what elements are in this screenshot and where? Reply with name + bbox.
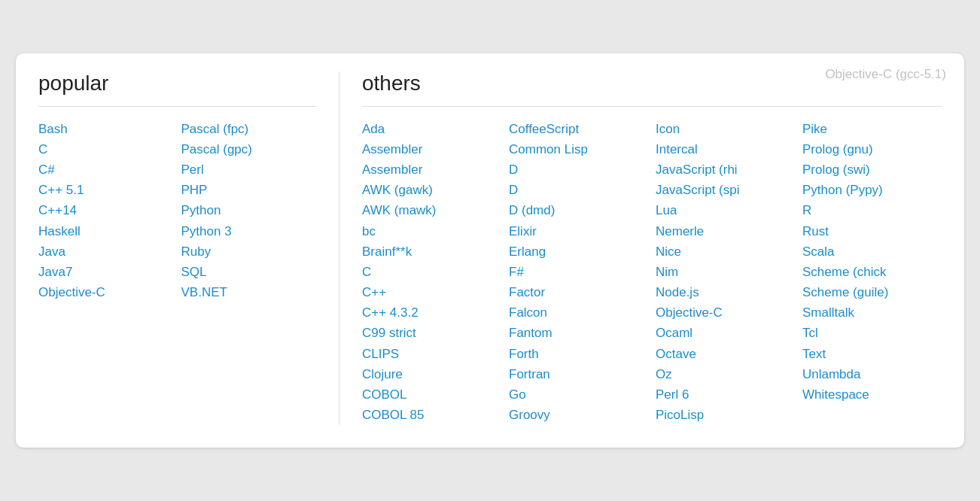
popular-col1-item-3[interactable]: C++ 5.1	[38, 180, 174, 200]
others-col1-item-10[interactable]: C99 strict	[362, 323, 501, 343]
others-col2-item-14[interactable]: Groovy	[509, 405, 648, 425]
others-col3-item-13[interactable]: Perl 6	[656, 384, 795, 405]
others-grid: AdaAssemblerAssemblerAWK (gawk)AWK (mawk…	[362, 119, 942, 426]
others-col2-item-6[interactable]: Erlang	[509, 241, 648, 262]
others-col1-item-3[interactable]: AWK (gawk)	[362, 180, 501, 200]
others-col2-item-9[interactable]: Falcon	[509, 302, 648, 323]
others-col1-item-9[interactable]: C++ 4.3.2	[362, 302, 501, 323]
popular-col1-item-7[interactable]: Java7	[38, 262, 174, 282]
popular-title: popular	[38, 71, 316, 96]
others-col4-item-13[interactable]: Whitespace	[802, 384, 942, 405]
others-col1-item-4[interactable]: AWK (mawk)	[362, 200, 501, 220]
others-col1-item-14[interactable]: COBOL 85	[362, 405, 501, 425]
popular-col2-item-4[interactable]: Python	[181, 200, 317, 220]
others-col4-item-1[interactable]: Prolog (gnu)	[802, 139, 942, 159]
popular-col1: BashCC#C++ 5.1C++14HaskellJavaJava7Objec…	[38, 119, 174, 303]
others-col4-item-2[interactable]: Prolog (swi)	[802, 159, 942, 180]
others-col4-item-4[interactable]: R	[802, 200, 942, 220]
popular-col2-item-7[interactable]: SQL	[181, 262, 317, 282]
others-col1-item-1[interactable]: Assembler	[362, 139, 501, 159]
others-col4-item-9[interactable]: Smalltalk	[802, 302, 942, 323]
others-col1-item-13[interactable]: COBOL	[362, 384, 501, 405]
popular-col1-item-2[interactable]: C#	[38, 159, 174, 180]
others-col2-item-5[interactable]: Elixir	[509, 221, 648, 241]
others-col2-item-7[interactable]: F#	[509, 262, 648, 282]
others-col1: AdaAssemblerAssemblerAWK (gawk)AWK (mawk…	[362, 119, 501, 426]
others-col3-item-12[interactable]: Oz	[656, 364, 795, 384]
others-col2-item-3[interactable]: D	[509, 180, 648, 200]
main-card: Objective-C (gcc-5.1) popular BashCC#C++…	[16, 53, 964, 448]
others-col3-item-9[interactable]: Objective-C	[656, 302, 795, 323]
popular-col1-item-4[interactable]: C++14	[38, 200, 174, 220]
others-section: others AdaAssemblerAssemblerAWK (gawk)AW…	[339, 71, 942, 426]
others-col4-item-0[interactable]: Pike	[802, 119, 942, 139]
others-col4-item-11[interactable]: Text	[802, 344, 942, 364]
others-col3-item-7[interactable]: Nim	[656, 262, 795, 282]
others-col2-item-11[interactable]: Forth	[509, 344, 648, 364]
others-col4-item-6[interactable]: Scala	[802, 241, 942, 262]
others-col4-item-8[interactable]: Scheme (guile)	[802, 282, 942, 302]
popular-col2-item-8[interactable]: VB.NET	[181, 282, 317, 302]
sections-container: popular BashCC#C++ 5.1C++14HaskellJavaJa…	[38, 71, 942, 426]
others-col1-item-2[interactable]: Assembler	[362, 159, 501, 180]
popular-col2-item-6[interactable]: Ruby	[181, 241, 317, 262]
others-col4-item-5[interactable]: Rust	[802, 221, 942, 241]
others-col3-item-14[interactable]: PicoLisp	[656, 405, 795, 425]
popular-col1-item-8[interactable]: Objective-C	[38, 282, 174, 302]
others-col3-item-3[interactable]: JavaScript (spi	[656, 180, 795, 200]
others-col1-item-12[interactable]: Clojure	[362, 364, 501, 384]
others-col3-item-8[interactable]: Node.js	[656, 282, 795, 302]
others-col2-item-4[interactable]: D (dmd)	[509, 200, 648, 220]
others-col3-item-11[interactable]: Octave	[656, 344, 795, 364]
others-col2-item-13[interactable]: Go	[509, 384, 648, 405]
others-col2-item-12[interactable]: Fortran	[509, 364, 648, 384]
others-col4: PikeProlog (gnu)Prolog (swi)Python (Pypy…	[802, 119, 942, 426]
popular-col1-item-1[interactable]: C	[38, 139, 174, 159]
others-col3-item-5[interactable]: Nemerle	[656, 221, 795, 241]
others-col1-item-8[interactable]: C++	[362, 282, 501, 302]
others-col1-item-0[interactable]: Ada	[362, 119, 501, 139]
others-col2-item-1[interactable]: Common Lisp	[509, 139, 648, 159]
popular-col2-item-2[interactable]: Perl	[181, 159, 317, 180]
others-col4-item-12[interactable]: Unlambda	[802, 364, 942, 384]
others-col3-item-6[interactable]: Nice	[656, 241, 795, 262]
others-col3-item-0[interactable]: Icon	[656, 119, 795, 139]
popular-col1-item-5[interactable]: Haskell	[38, 221, 174, 241]
top-right-label: Objective-C (gcc-5.1)	[825, 67, 946, 82]
popular-col2-item-3[interactable]: PHP	[181, 180, 317, 200]
others-divider	[362, 106, 942, 107]
others-col2-item-10[interactable]: Fantom	[509, 323, 648, 343]
others-col4-item-3[interactable]: Python (Pypy)	[802, 180, 942, 200]
others-col1-item-7[interactable]: C	[362, 262, 501, 282]
others-col3-item-4[interactable]: Lua	[656, 200, 795, 220]
popular-section: popular BashCC#C++ 5.1C++14HaskellJavaJa…	[38, 71, 339, 426]
popular-col1-item-6[interactable]: Java	[38, 241, 174, 262]
others-col2-item-8[interactable]: Factor	[509, 282, 648, 302]
popular-col2-item-5[interactable]: Python 3	[181, 221, 317, 241]
others-col2: CoffeeScriptCommon LispDDD (dmd)ElixirEr…	[509, 119, 648, 426]
others-col4-item-7[interactable]: Scheme (chick	[802, 262, 942, 282]
others-col1-item-6[interactable]: Brainf**k	[362, 241, 501, 262]
popular-col2: Pascal (fpc)Pascal (gpc)PerlPHPPythonPyt…	[181, 119, 317, 303]
popular-col2-item-1[interactable]: Pascal (gpc)	[181, 139, 317, 159]
popular-col2-item-0[interactable]: Pascal (fpc)	[181, 119, 317, 139]
others-col1-item-5[interactable]: bc	[362, 221, 501, 241]
others-col4-item-10[interactable]: Tcl	[802, 323, 942, 343]
others-col2-item-0[interactable]: CoffeeScript	[509, 119, 648, 139]
others-col1-item-11[interactable]: CLIPS	[362, 344, 501, 364]
others-col3: IconIntercalJavaScript (rhiJavaScript (s…	[656, 119, 795, 426]
others-col3-item-10[interactable]: Ocaml	[656, 323, 795, 343]
others-col3-item-1[interactable]: Intercal	[656, 139, 795, 159]
others-col3-item-2[interactable]: JavaScript (rhi	[656, 159, 795, 180]
popular-col1-item-0[interactable]: Bash	[38, 119, 174, 139]
others-col2-item-2[interactable]: D	[509, 159, 648, 180]
popular-divider	[38, 106, 316, 107]
popular-grid: BashCC#C++ 5.1C++14HaskellJavaJava7Objec…	[38, 119, 316, 303]
